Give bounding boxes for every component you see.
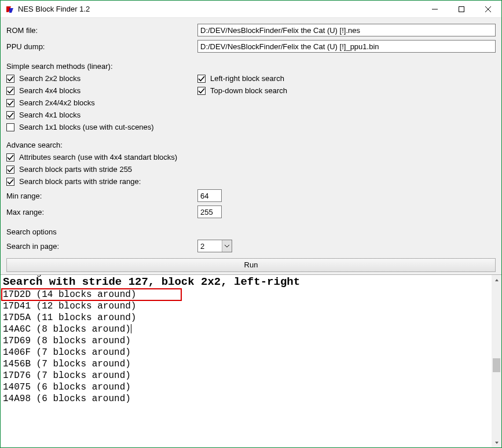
simple-right-check-0[interactable]: Left-right block search — [197, 74, 287, 83]
svg-rect-0 — [459, 6, 464, 12]
simple-right-check-1[interactable]: Top-down block search — [197, 86, 287, 95]
results-text[interactable]: nothing found Search with stride 127, bl… — [1, 275, 492, 447]
client-area: ROM file: PPU dump: Simple search method… — [1, 18, 501, 447]
minimize-button[interactable] — [422, 1, 448, 17]
simple-left-check-2[interactable]: Search 2x4/4x2 blocks — [6, 98, 197, 107]
checkbox-label: Search block parts with stride 255 — [19, 165, 132, 174]
simple-left-check-0[interactable]: Search 2x2 blocks — [6, 74, 197, 83]
scroll-track[interactable] — [492, 285, 501, 438]
results-line: 14075 (6 blocks around) — [3, 381, 489, 393]
simple-search-label: Simple search methods (linear): — [6, 62, 496, 71]
scroll-down-icon[interactable] — [492, 438, 501, 447]
checkbox-label: Top-down block search — [210, 86, 287, 95]
results-panel: nothing found Search with stride 127, bl… — [1, 274, 501, 447]
results-line: 17D5A (11 blocks around) — [3, 312, 489, 324]
simple-left-check-3[interactable]: Search 4x1 blocks — [6, 111, 197, 119]
checkbox-label: Attributes search (use with 4x4 standart… — [19, 153, 177, 161]
checkbox-label: Left-right block search — [210, 74, 284, 83]
chevron-down-icon[interactable] — [222, 240, 232, 252]
window-title: NES Block Finder 1.2 — [18, 5, 422, 13]
results-heading: Search with stride 127, block 2x2, left-… — [3, 276, 489, 288]
simple-left-check-4[interactable]: Search 1x1 blocks (use with cut-scenes) — [6, 123, 197, 131]
advance-search-label: Advance search: — [6, 141, 496, 149]
max-range-label: Max range: — [6, 208, 197, 216]
checkbox-icon[interactable] — [6, 178, 14, 186]
checkbox-icon[interactable] — [6, 153, 14, 161]
title-bar: NES Block Finder 1.2 — [1, 1, 501, 18]
rom-file-label: ROM file: — [6, 26, 197, 35]
checkbox-label: Search block parts with stride range: — [19, 177, 141, 186]
search-in-page-dropdown[interactable] — [197, 240, 232, 252]
checkbox-icon[interactable] — [197, 75, 206, 83]
checkbox-label: Search 1x1 blocks (use with cut-scenes) — [19, 123, 154, 131]
checkbox-icon[interactable] — [6, 123, 14, 131]
max-range-input[interactable] — [197, 205, 222, 218]
scroll-up-icon[interactable] — [492, 275, 501, 285]
run-button[interactable]: Run — [6, 258, 496, 272]
results-line: 17D41 (12 blocks around) — [3, 300, 489, 312]
ppu-dump-input[interactable] — [197, 40, 496, 53]
results-line: 14A6C (8 blocks around) — [3, 324, 489, 335]
advance-search-options: Attributes search (use with 4x4 standart… — [6, 153, 496, 189]
simple-left-check-1[interactable]: Search 4x4 blocks — [6, 86, 197, 95]
results-line: 1456B (7 blocks around) — [3, 358, 489, 370]
results-line: 17D69 (8 blocks around) — [3, 335, 489, 347]
checkbox-icon[interactable] — [6, 99, 14, 107]
checkbox-icon[interactable] — [197, 87, 206, 95]
search-options-label: Search options — [6, 227, 496, 236]
results-line: 1406F (7 blocks around) — [3, 347, 489, 358]
advance-check-1[interactable]: Search block parts with stride 255 — [6, 165, 496, 174]
checkbox-icon[interactable] — [6, 87, 14, 95]
checkbox-icon[interactable] — [6, 75, 14, 83]
checkbox-label: Search 4x1 blocks — [19, 111, 80, 119]
simple-search-options: Search 2x2 blocksSearch 4x4 blocksSearch… — [6, 74, 496, 135]
ppu-dump-label: PPU dump: — [6, 42, 197, 51]
results-line: 17D2D (14 blocks around) — [3, 289, 489, 300]
rom-file-input[interactable] — [197, 24, 496, 36]
checkbox-label: Search 2x4/4x2 blocks — [19, 98, 95, 107]
app-icon — [5, 5, 14, 14]
results-line: 17D76 (7 blocks around) — [3, 370, 489, 381]
results-line: 14A98 (6 blocks around) — [3, 393, 489, 405]
search-in-page-label: Search in page: — [6, 242, 197, 251]
checkbox-icon[interactable] — [6, 166, 14, 174]
close-button[interactable] — [475, 1, 501, 17]
checkbox-label: Search 2x2 blocks — [19, 74, 80, 83]
advance-check-2[interactable]: Search block parts with stride range: — [6, 177, 496, 186]
window-buttons — [422, 1, 501, 17]
scroll-thumb[interactable] — [493, 358, 500, 372]
advance-check-0[interactable]: Attributes search (use with 4x4 standart… — [6, 153, 496, 161]
results-prev-line: nothing found — [3, 275, 75, 278]
maximize-button[interactable] — [448, 1, 475, 17]
min-range-input[interactable] — [197, 189, 222, 202]
checkbox-label: Search 4x4 blocks — [19, 86, 80, 95]
checkbox-icon[interactable] — [6, 111, 14, 119]
min-range-label: Min range: — [6, 192, 197, 200]
results-scrollbar[interactable] — [492, 275, 501, 447]
